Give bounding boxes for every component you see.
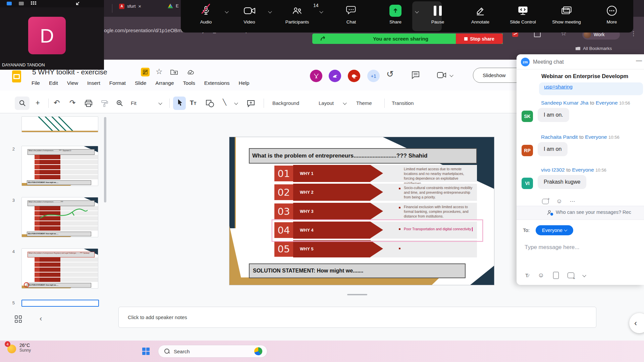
tab-close-icon[interactable]: ×	[138, 3, 141, 9]
menu-help[interactable]: Help	[239, 80, 250, 86]
menu-arrange[interactable]: Arrange	[155, 80, 174, 86]
text-box-icon[interactable]: TT	[190, 99, 197, 107]
slide-thumbnail-3[interactable]: What is the problem of entrepreneurs....…	[21, 197, 98, 237]
chat-message[interactable]: I am on	[538, 142, 568, 156]
shared-link[interactable]: usp=sharing	[544, 84, 573, 90]
slide-canvas[interactable]: What is the problem of entrepreneurs....…	[229, 137, 494, 285]
zoom-fit-select[interactable]: Fit	[131, 100, 137, 106]
menu-file[interactable]: File	[32, 80, 40, 86]
chevron-down-icon[interactable]	[582, 273, 586, 277]
panel-collapse-button[interactable]: ‹	[629, 313, 644, 333]
menu-view[interactable]: View	[67, 80, 78, 86]
filmstrip-scrollbar[interactable]	[104, 117, 106, 202]
participants-button[interactable]: Participants	[279, 0, 316, 33]
menu-format[interactable]: Format	[109, 80, 126, 86]
share-button[interactable]: Share	[379, 0, 412, 33]
stop-share-button[interactable]: Stop share	[456, 34, 503, 44]
video-options-chevron[interactable]	[268, 9, 272, 13]
line-tool-icon[interactable]: ╲	[223, 99, 226, 106]
collaborator-avatar-kiwi[interactable]	[348, 70, 360, 82]
chat-input[interactable]: Type message here...	[525, 244, 579, 251]
collaborator-overflow[interactable]: +1	[367, 70, 380, 82]
shape-icon[interactable]	[206, 100, 214, 107]
paint-format-icon[interactable]	[101, 100, 109, 108]
add-slide-button[interactable]: +	[36, 99, 40, 107]
recipient-selector[interactable]: Everyone	[536, 225, 573, 235]
menu-edit[interactable]: Edit	[49, 80, 58, 86]
grid-view-icon[interactable]	[15, 315, 22, 323]
cloud-saved-icon[interactable]	[186, 69, 195, 75]
chat-message[interactable]: I am on.	[538, 108, 569, 122]
chat-message[interactable]: Prakash kugwe	[538, 175, 586, 189]
taskbar-weather[interactable]: 4 26°C Sunny	[6, 343, 31, 353]
why-row-2[interactable]: 02 WHY 2 Socio-cultural constraints rest…	[229, 184, 494, 201]
menu-extensions[interactable]: Extensions	[204, 80, 230, 86]
star-icon[interactable]: ☆	[156, 67, 163, 76]
screenshot-icon[interactable]: +	[568, 273, 574, 278]
comment-icon[interactable]	[411, 71, 420, 79]
more-actions-icon[interactable]: ⋯	[570, 198, 576, 204]
notes-resize-handle[interactable]	[347, 294, 367, 295]
show-meeting-button[interactable]: Show meeting	[545, 0, 588, 33]
all-bookmarks[interactable]: All Bookmarks	[576, 46, 612, 51]
link-message-bubble[interactable]: usp=sharing	[539, 82, 643, 95]
pause-button[interactable]: Pause	[422, 0, 454, 33]
transition-button[interactable]: Transition	[392, 100, 414, 106]
camera-tile-icon[interactable]	[19, 2, 24, 5]
slide-thumbnail-5-selected[interactable]	[21, 300, 99, 307]
browser-tab-pdf[interactable]: A sfurt ×	[119, 3, 141, 9]
speaker-notes[interactable]: Click to add speaker notes	[118, 307, 596, 328]
view-mode-icon[interactable]	[7, 2, 12, 5]
slide-thumbnail-1-partial[interactable]	[21, 116, 98, 132]
video-button[interactable]: Video	[232, 0, 267, 33]
move-folder-icon[interactable]	[170, 69, 178, 75]
emoji-icon[interactable]: ☺	[538, 272, 544, 279]
audio-options-chevron[interactable]	[225, 9, 228, 13]
version-history-icon[interactable]: ↺	[386, 69, 394, 79]
collaborator-avatar-bird[interactable]	[329, 70, 341, 82]
chat-button[interactable]: Chat	[335, 0, 367, 33]
menu-tools[interactable]: Tools	[183, 80, 195, 86]
background-button[interactable]: Background	[272, 100, 299, 106]
slide-thumbnail-2[interactable]: What is the problem of entrepreneurs....…	[21, 146, 98, 186]
minimize-icon[interactable]: —	[636, 57, 642, 64]
print-icon[interactable]	[85, 100, 93, 108]
stop-share-label: Stop share	[470, 36, 494, 42]
audio-button[interactable]: Audio	[191, 0, 221, 33]
theme-grid-icon[interactable]	[141, 68, 150, 76]
collapse-filmstrip-icon[interactable]: ‹	[40, 314, 42, 323]
slide-control-button[interactable]: Slide Control	[503, 0, 543, 33]
slide-thumbnail-4[interactable]: What is the problem of entrepreneurs Reg…	[21, 248, 98, 289]
self-view-panel[interactable]: D DAYANAND TANDON	[0, 0, 104, 70]
why-row-1[interactable]: 01 WHY 1 Limited market access due to re…	[229, 165, 494, 182]
annotate-button[interactable]: Annotate	[462, 0, 499, 33]
why-row-3[interactable]: 03 WHY 3 Financial exclusion with limite…	[229, 203, 494, 220]
format-text-icon[interactable]: T∕	[525, 273, 529, 278]
search-icon[interactable]	[19, 100, 26, 107]
attach-file-icon[interactable]	[553, 272, 559, 279]
insert-comment-icon[interactable]	[247, 100, 255, 107]
solution-statement-box[interactable]: SOLUTION STATEMENT: How might we.......	[249, 263, 466, 278]
present-camera-button[interactable]	[437, 72, 453, 78]
undo-icon[interactable]: ↶	[54, 99, 60, 107]
more-button[interactable]: More	[597, 0, 627, 33]
reply-icon[interactable]: +	[542, 199, 549, 204]
participants-options-chevron[interactable]	[319, 9, 323, 13]
theme-button[interactable]: Theme	[356, 100, 372, 106]
taskbar-search[interactable]: Search	[158, 345, 267, 358]
slide-title-box[interactable]: What is the problem of entrepreneurs....…	[249, 148, 477, 164]
grid-dots-icon[interactable]	[31, 1, 36, 5]
select-cursor-icon[interactable]	[177, 99, 183, 107]
minimize-arrow-icon[interactable]	[75, 1, 80, 6]
layout-button[interactable]: Layout	[319, 100, 334, 106]
menu-slide[interactable]: Slide	[135, 80, 146, 86]
emoji-react-icon[interactable]: ☺	[556, 198, 562, 205]
collaborator-avatar-ibex[interactable]	[310, 70, 322, 82]
menu-insert[interactable]: Insert	[87, 80, 100, 86]
zoom-in-icon[interactable]	[116, 100, 123, 107]
redo-icon[interactable]: ↷	[69, 99, 75, 107]
privacy-band[interactable]: Who can see your messages? Rec	[517, 206, 644, 220]
browser-tab-drive[interactable]: E	[168, 3, 179, 8]
start-button[interactable]	[142, 348, 150, 355]
why-row-5[interactable]: 05 WHY 5	[229, 240, 494, 257]
